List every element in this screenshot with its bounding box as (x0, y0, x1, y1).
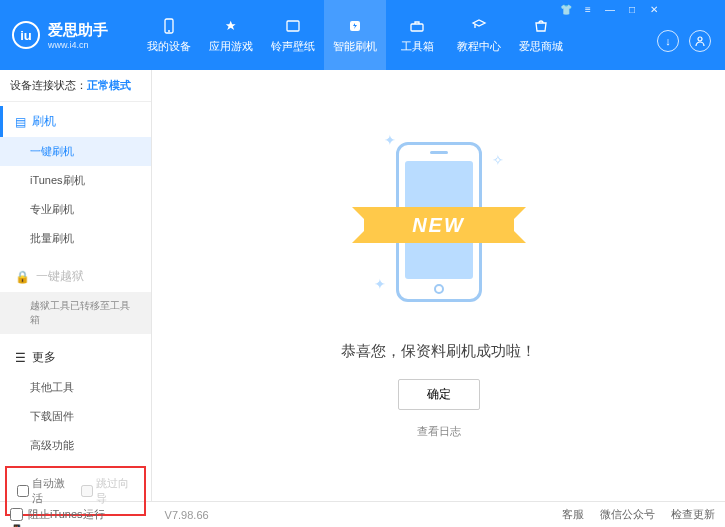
sidebar-item-oneclick-flash[interactable]: 一键刷机 (0, 137, 151, 166)
flash-icon (346, 17, 364, 35)
sidebar-item-pro-flash[interactable]: 专业刷机 (0, 195, 151, 224)
nav-toolbox[interactable]: 工具箱 (386, 0, 448, 70)
more-icon: ☰ (15, 351, 26, 365)
brand-logo-icon: iu (12, 21, 40, 49)
window-controls: 👕 ≡ — □ ✕ (560, 3, 660, 15)
nav-apps-games[interactable]: 应用游戏 (200, 0, 262, 70)
app-header: iu 爱思助手 www.i4.cn 我的设备 应用游戏 铃声壁纸 智能刷机 工具… (0, 0, 725, 70)
nav-tutorials[interactable]: 教程中心 (448, 0, 510, 70)
lock-icon: 🔒 (15, 270, 30, 284)
list-icon: ▤ (15, 115, 26, 129)
menu-icon[interactable]: ≡ (582, 3, 594, 15)
version-label: V7.98.66 (165, 509, 209, 521)
footer-link-wechat[interactable]: 微信公众号 (600, 507, 655, 522)
main-nav: 我的设备 应用游戏 铃声壁纸 智能刷机 工具箱 教程中心 爱思商城 (138, 0, 572, 70)
sidebar-item-advanced[interactable]: 高级功能 (0, 431, 151, 460)
sidebar-item-batch-flash[interactable]: 批量刷机 (0, 224, 151, 253)
sidebar-head-flash[interactable]: ▤ 刷机 (0, 106, 151, 137)
brand: iu 爱思助手 www.i4.cn (12, 21, 108, 50)
ok-button[interactable]: 确定 (398, 379, 480, 410)
minimize-icon[interactable]: — (604, 3, 616, 15)
success-illustration: ✦ ✧ ✦ NEW (374, 132, 504, 322)
device-status: 设备连接状态：正常模式 (0, 70, 151, 102)
checkbox-auto-activate[interactable]: 自动激活 (17, 476, 71, 506)
user-button[interactable] (689, 30, 711, 52)
toolbox-icon (408, 17, 426, 35)
sidebar-head-more[interactable]: ☰ 更多 (0, 342, 151, 373)
sidebar-item-download-firmware[interactable]: 下载固件 (0, 402, 151, 431)
maximize-icon[interactable]: □ (626, 3, 638, 15)
tutorial-icon (470, 17, 488, 35)
sidebar: 设备连接状态：正常模式 ▤ 刷机 一键刷机 iTunes刷机 专业刷机 批量刷机… (0, 70, 152, 501)
footer-link-update[interactable]: 检查更新 (671, 507, 715, 522)
phone-icon (160, 17, 178, 35)
skin-icon[interactable]: 👕 (560, 3, 572, 15)
view-log-link[interactable]: 查看日志 (417, 424, 461, 439)
brand-subtitle: www.i4.cn (48, 40, 108, 50)
wallpaper-icon (284, 17, 302, 35)
success-message: 恭喜您，保资料刷机成功啦！ (341, 342, 536, 361)
checkbox-block-itunes[interactable]: 阻止iTunes运行 (10, 507, 105, 522)
checkbox-skip-guide[interactable]: 跳过向导 (81, 476, 135, 506)
sidebar-head-jailbreak: 🔒 一键越狱 (0, 261, 151, 292)
apps-icon (222, 17, 240, 35)
download-button[interactable]: ↓ (657, 30, 679, 52)
sidebar-item-jailbreak-migrated: 越狱工具已转移至工具箱 (0, 292, 151, 334)
svg-rect-2 (287, 21, 299, 31)
main-content: ✦ ✧ ✦ NEW 恭喜您，保资料刷机成功啦！ 确定 查看日志 (152, 70, 725, 501)
sidebar-item-other-tools[interactable]: 其他工具 (0, 373, 151, 402)
nav-smart-flash[interactable]: 智能刷机 (324, 0, 386, 70)
sidebar-item-itunes-flash[interactable]: iTunes刷机 (0, 166, 151, 195)
new-ribbon: NEW (364, 207, 514, 243)
close-icon[interactable]: ✕ (648, 3, 660, 15)
brand-title: 爱思助手 (48, 21, 108, 40)
svg-point-5 (698, 37, 702, 41)
footer-link-support[interactable]: 客服 (562, 507, 584, 522)
nav-ringtones[interactable]: 铃声壁纸 (262, 0, 324, 70)
store-icon (532, 17, 550, 35)
nav-my-device[interactable]: 我的设备 (138, 0, 200, 70)
svg-rect-4 (411, 24, 423, 31)
